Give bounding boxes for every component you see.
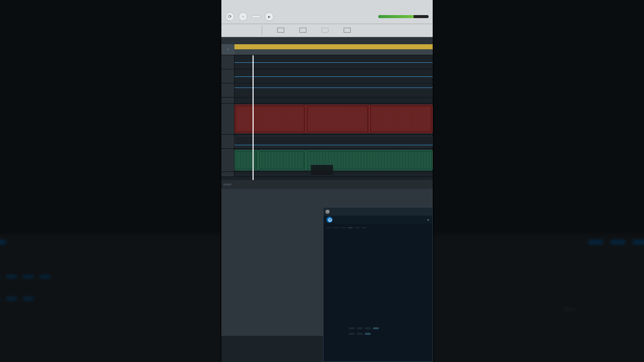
det-mono[interactable] bbox=[373, 327, 379, 329]
power-icon[interactable]: ⏻ bbox=[327, 217, 333, 223]
audio-region[interactable] bbox=[369, 105, 433, 133]
undo-button[interactable] bbox=[362, 227, 367, 228]
playhead[interactable] bbox=[253, 55, 254, 180]
window-titlebar bbox=[221, 0, 433, 9]
mode-peak[interactable] bbox=[365, 333, 371, 335]
audio-region[interactable] bbox=[306, 105, 369, 133]
plugin-nav bbox=[324, 224, 432, 232]
plugin-titlebar[interactable] bbox=[324, 208, 432, 216]
mode-slow[interactable] bbox=[349, 333, 355, 335]
cut-section-button[interactable] bbox=[299, 28, 306, 33]
analyzer-range-info bbox=[324, 242, 432, 249]
insert-silence-button[interactable] bbox=[344, 28, 351, 33]
mixer-tab-inst[interactable] bbox=[407, 184, 415, 186]
timeline-ruler[interactable]: + bbox=[221, 44, 433, 55]
audio-region[interactable] bbox=[258, 150, 306, 170]
prev-button[interactable] bbox=[327, 227, 332, 228]
mixer-tab-tracks[interactable] bbox=[223, 184, 231, 186]
insert-section-button[interactable] bbox=[321, 28, 329, 33]
region[interactable] bbox=[234, 136, 433, 147]
analyzer-title bbox=[324, 232, 432, 242]
mixer-tab-all[interactable] bbox=[231, 184, 239, 186]
plugin-preset-row: ⏻ ▾ bbox=[324, 216, 432, 224]
cycle-region[interactable] bbox=[234, 44, 433, 49]
tool-button[interactable]: ◦ bbox=[238, 12, 248, 21]
analyzer-graph bbox=[324, 249, 432, 324]
mixer-tab-bus[interactable] bbox=[423, 184, 431, 186]
repeat-section-button[interactable] bbox=[277, 28, 284, 33]
ruler-corner: + bbox=[221, 44, 234, 55]
compare-button[interactable] bbox=[341, 227, 346, 228]
det-lrmax[interactable] bbox=[365, 327, 371, 329]
audio-region[interactable] bbox=[234, 150, 258, 170]
paste-button[interactable] bbox=[355, 227, 360, 228]
edit-toolbar bbox=[221, 24, 433, 37]
next-button[interactable] bbox=[334, 227, 339, 228]
det-left[interactable] bbox=[349, 327, 355, 329]
tool-button[interactable]: ▸ bbox=[265, 12, 274, 21]
daw-window: ⟳ ◦ ▸ + bbox=[221, 0, 433, 362]
det-right[interactable] bbox=[357, 327, 363, 329]
audio-region[interactable] bbox=[234, 105, 306, 133]
analyzer-plugin-window[interactable]: ⏻ ▾ bbox=[323, 207, 433, 362]
transport-toolbar: ⟳ ◦ ▸ bbox=[221, 9, 433, 24]
tool-button[interactable]: ⟳ bbox=[225, 12, 234, 21]
tracks-area bbox=[221, 55, 433, 180]
mixer-tabs bbox=[221, 180, 433, 189]
mixer-tab-aux[interactable] bbox=[415, 184, 423, 186]
analyzer-controls bbox=[324, 324, 432, 339]
mode-fast[interactable] bbox=[357, 333, 363, 335]
close-icon[interactable] bbox=[326, 210, 330, 214]
copy-button[interactable] bbox=[348, 227, 353, 228]
tempo-pill[interactable] bbox=[252, 15, 261, 18]
overlay-caption bbox=[311, 165, 333, 175]
mixer-tab-audio[interactable] bbox=[398, 184, 407, 186]
snap-bar bbox=[221, 37, 433, 44]
master-meter bbox=[378, 15, 429, 18]
